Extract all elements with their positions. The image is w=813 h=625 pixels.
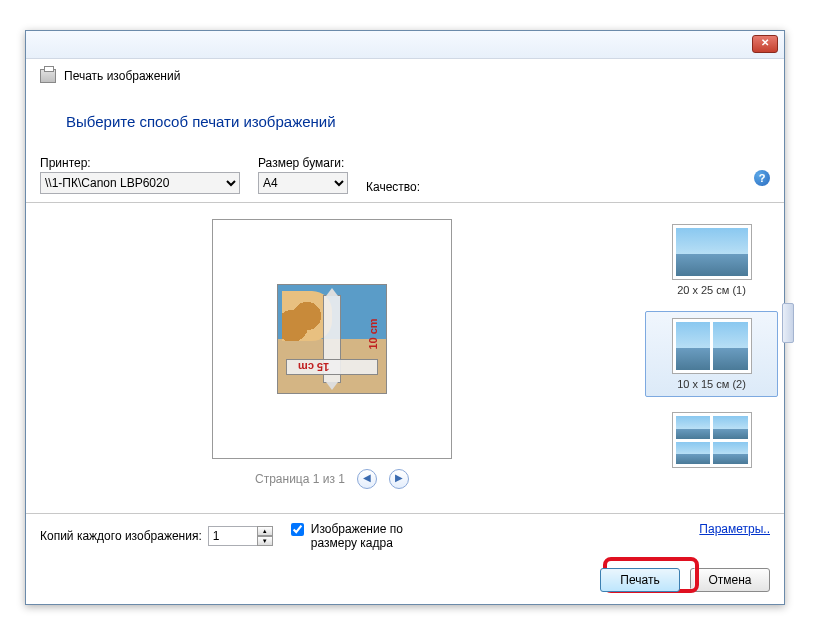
paper-size-select[interactable]: A4 [258, 172, 348, 194]
print-button[interactable]: Печать [600, 568, 680, 592]
dialog-title: Печать изображений [64, 69, 180, 83]
printer-label: Принтер: [40, 156, 240, 170]
layout-option-0[interactable]: 20 x 25 см (1) [645, 217, 778, 303]
print-pictures-dialog: ✕ Печать изображений Выберите способ печ… [25, 30, 785, 605]
options-link[interactable]: Параметры.. [699, 522, 770, 536]
dialog-header: Печать изображений [26, 59, 784, 85]
printer-select[interactable]: \\1-ПК\Canon LBP6020 [40, 172, 240, 194]
fit-frame-checkbox-group[interactable]: Изображение по размеру кадра [287, 522, 447, 550]
layout-thumb [672, 224, 752, 280]
cancel-button[interactable]: Отмена [690, 568, 770, 592]
copies-input[interactable] [208, 526, 258, 546]
page-counter-row: Страница 1 из 1 ◀ ▶ [255, 469, 409, 489]
layout-thumb [672, 318, 752, 374]
titlebar: ✕ [26, 31, 784, 59]
help-icon[interactable]: ? [754, 170, 770, 186]
layout-cell [713, 442, 748, 465]
bottom-options-bar: Копий каждого изображения: ▲ ▼ Изображен… [26, 513, 784, 557]
page-counter-text: Страница 1 из 1 [255, 472, 345, 486]
page-preview: 10 cm 15 cm [212, 219, 452, 459]
paper-size-label: Размер бумаги: [258, 156, 348, 170]
body-area: 10 cm 15 cm Страница 1 из 1 ◀ ▶ 20 x 25 … [26, 203, 784, 513]
scrollbar-thumb[interactable] [782, 303, 794, 343]
layout-option-2[interactable] [645, 405, 778, 479]
fit-frame-checkbox[interactable] [291, 523, 304, 536]
copies-up-button[interactable]: ▲ [257, 526, 273, 536]
layout-option-1[interactable]: 10 x 15 см (2) [645, 311, 778, 397]
layout-cell [676, 442, 711, 465]
prev-page-button[interactable]: ◀ [357, 469, 377, 489]
preview-pane: 10 cm 15 cm Страница 1 из 1 ◀ ▶ [26, 203, 638, 513]
fit-frame-label: Изображение по размеру кадра [311, 522, 447, 550]
layout-cell [713, 322, 748, 370]
dialog-button-row: Печать Отмена [26, 557, 784, 603]
copies-spinner: ▲ ▼ [257, 526, 273, 546]
layouts-pane: 20 x 25 см (1)10 x 15 см (2) [638, 203, 784, 513]
layout-cell [676, 322, 711, 370]
layout-cell [713, 416, 748, 439]
copies-down-button[interactable]: ▼ [257, 536, 273, 546]
quality-label: Качество: [366, 180, 420, 194]
layout-label: 10 x 15 см (2) [650, 378, 773, 390]
layout-cell [676, 416, 711, 439]
next-page-button[interactable]: ▶ [389, 469, 409, 489]
layout-cell [676, 228, 748, 276]
instruction-text: Выберите способ печати изображений [26, 85, 784, 152]
layout-thumb [672, 412, 752, 468]
layout-label: 20 x 25 см (1) [650, 284, 773, 296]
preview-image: 10 cm 15 cm [277, 284, 387, 394]
ruler-v-label: 10 cm [366, 319, 378, 350]
print-options-row: Принтер: \\1-ПК\Canon LBP6020 Размер бум… [26, 152, 784, 203]
copies-label: Копий каждого изображения: [40, 529, 202, 543]
ruler-h-label: 15 cm [298, 361, 329, 373]
close-button[interactable]: ✕ [752, 35, 778, 53]
printer-icon [40, 69, 56, 83]
